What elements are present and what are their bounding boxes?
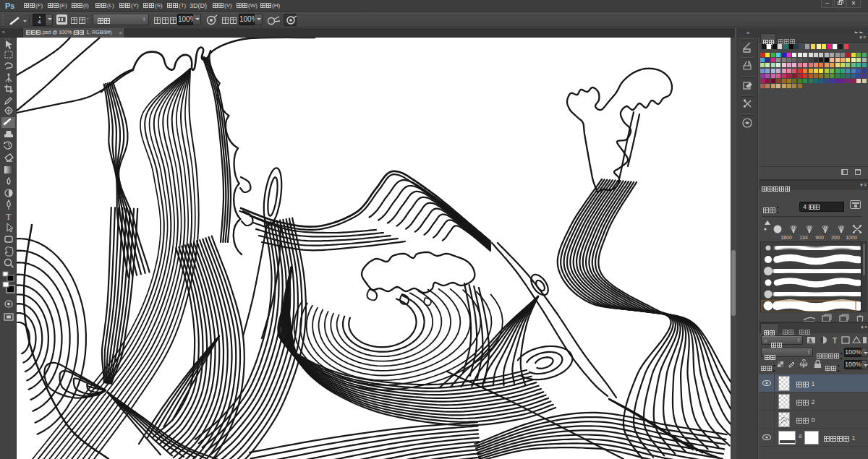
svg-text:T: T <box>833 337 837 345</box>
svg-text:134: 134 <box>799 235 808 240</box>
svg-text:200: 200 <box>831 235 840 240</box>
svg-text:900: 900 <box>815 235 824 240</box>
svg-text:1800: 1800 <box>780 235 792 240</box>
svg-text:T: T <box>6 212 12 222</box>
svg-text:1000: 1000 <box>846 235 857 240</box>
